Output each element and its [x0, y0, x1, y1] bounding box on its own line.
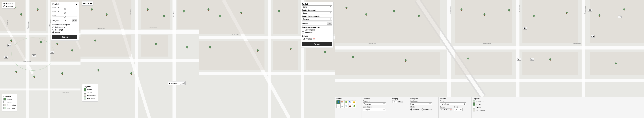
weging-value-input[interactable] — [392, 100, 397, 103]
profiel-icon-case[interactable]: 💼 — [348, 104, 352, 108]
tree-icon — [154, 43, 158, 46]
svg-rect-47 — [178, 0, 199, 29]
tree-icon — [146, 8, 149, 11]
calendar-icon: 📅 — [450, 109, 452, 111]
parkstraat-marker: ► Parkstraat 8.6 — [168, 81, 186, 85]
tree-icon — [36, 8, 39, 11]
factor2-slider[interactable] — [52, 13, 78, 13]
map-icon[interactable]: ⊞ — [90, 2, 92, 5]
legend-straat-label-tb: Straat — [476, 106, 481, 108]
svg-rect-61 — [95, 41, 96, 42]
reele-tijd-radio[interactable] — [52, 29, 54, 31]
chevron-down-icon: ▼ — [383, 103, 385, 105]
score-selectie-group: Score 8,6 ▼ — [454, 106, 463, 111]
realtime-option[interactable]: Realtime — [4, 5, 13, 7]
svg-rect-121 — [394, 12, 394, 12]
legend-straat-color-2 — [84, 91, 86, 94]
factor-categorie-label: Factor Categorie — [302, 9, 332, 11]
sandbox-radio[interactable] — [4, 3, 6, 5]
svg-rect-1 — [26, 0, 29, 118]
profiel-icon-walk[interactable]: 🚶 — [336, 104, 340, 108]
tonen-button-3[interactable]: Tonen — [302, 42, 332, 46]
legend-groen-label: Groen — [7, 98, 12, 100]
weging-pct: 80% — [72, 19, 78, 22]
beide-radio[interactable] — [52, 31, 54, 33]
tree-icon — [483, 13, 486, 16]
reele-tijd-checkbox[interactable] — [302, 31, 304, 33]
street-label: Straatnaam — [97, 28, 105, 29]
svg-rect-85 — [220, 16, 220, 17]
isochrone-label-3: Isochronenweergave — [302, 26, 332, 28]
profiel-icon-leaf[interactable]: 🌿 — [352, 104, 356, 108]
sandbox-weergave-option[interactable]: Sandbox — [410, 109, 420, 111]
legend-bebouwing-color-tb — [473, 109, 475, 112]
tree-icon — [207, 8, 210, 11]
profiel-icon-house[interactable]: 🏠 — [340, 100, 344, 104]
chevron-down-icon: ▼ — [429, 103, 431, 105]
tree-icon — [532, 15, 535, 18]
modus-weergave-label: Modus — [410, 106, 437, 108]
factor1-slider[interactable] — [52, 9, 78, 9]
panel-3: Straatnaam 70% Profiel Jong ▼ Factor Cat… — [199, 0, 335, 118]
reele-tijd-option[interactable]: Reële tijd — [52, 29, 78, 31]
profiel-icon-cart[interactable]: 🛒 — [344, 104, 348, 108]
realtime-weergave-option[interactable]: Realtime — [422, 109, 432, 111]
sandbox-option[interactable]: Sandbox — [4, 3, 13, 5]
straat-selectie-select[interactable]: Parkstraat ▼ — [440, 103, 466, 105]
profiel-icon-wheelchair[interactable]: ♿ — [348, 100, 352, 104]
svg-rect-73 — [268, 0, 271, 118]
svg-rect-87 — [241, 13, 242, 14]
isochrone-weergave-row: Isochrone Tijd ▼ — [410, 100, 437, 105]
reele-tijd-check[interactable]: Reële tijd — [302, 31, 332, 33]
profiel-icon-bike[interactable]: 🚲 — [340, 104, 344, 108]
beide-option[interactable]: Beide — [52, 31, 78, 33]
belevingstijd-checkbox[interactable] — [302, 29, 304, 31]
svg-rect-57 — [164, 16, 164, 17]
belevingstijd-radio[interactable] — [52, 26, 54, 28]
realtime-radio[interactable] — [4, 5, 6, 7]
map-score-4c: 8.6 — [590, 35, 594, 38]
factor-categorie-select[interactable]: Groen ▼ — [302, 11, 332, 14]
subcategorie-select[interactable]: Lampen ▼ — [363, 108, 386, 111]
datum-row: Datum 01-03-2022 📅 — [302, 35, 332, 40]
tonen-button[interactable]: Tonen — [52, 35, 78, 39]
tree-icon — [130, 72, 133, 75]
arrow-icon: ► — [169, 82, 171, 84]
street-label-4a: Straatnaam — [368, 43, 376, 45]
svg-rect-41 — [80, 59, 199, 62]
profiel-icon-tree[interactable]: 🌳 — [344, 100, 348, 104]
factor-subcategorie-select[interactable]: Bomen ▼ — [302, 17, 332, 20]
legend-groen-color-tb — [473, 103, 475, 106]
modus-weergave-row: Modus Sandbox Realtime — [410, 106, 437, 111]
belevingstijd-check[interactable]: Belevingstijd — [302, 29, 332, 31]
tree-icon — [549, 58, 552, 61]
subcategorie-label: Subcategorie — [363, 106, 390, 108]
chevron-down-icon[interactable]: ▼ — [76, 3, 78, 5]
sandbox-weergave-label: Sandbox — [413, 109, 420, 111]
profiel-select[interactable]: Jong ▼ — [302, 5, 332, 8]
tree-icon — [508, 9, 510, 12]
svg-rect-18 — [21, 15, 22, 16]
datum-selectie-input[interactable]: 01-03-2022 📅 — [440, 108, 452, 111]
tree-icon — [345, 6, 348, 9]
tijd-select[interactable]: Tijd ▼ — [410, 103, 432, 105]
tree-icon — [97, 69, 100, 72]
tree-icon — [404, 59, 407, 62]
categorie-select[interactable]: Veiligheid ▼ — [363, 103, 386, 105]
belevingstijd-option[interactable]: Belevingstijd — [52, 26, 78, 28]
tree-icon — [278, 10, 280, 13]
weging-input[interactable] — [63, 19, 68, 22]
profiel-icon-person[interactable]: 👤 — [336, 100, 340, 104]
legend-isochroon-label-2: Isochroon — [87, 97, 95, 99]
score-selectie-select[interactable]: 8,6 ▼ — [454, 108, 463, 111]
modus-label: Modus — [83, 2, 89, 4]
factor3-slider[interactable] — [52, 16, 78, 17]
profiel-icon-elderly[interactable]: 👴 — [352, 100, 356, 104]
toolbar-profiel-label: Profiel — [336, 98, 360, 100]
datum-input[interactable]: 01-03-2022 📅 — [302, 37, 332, 40]
sandbox-weergave-radio[interactable] — [410, 109, 412, 111]
tree-icon — [240, 11, 243, 14]
svg-rect-72 — [199, 72, 335, 75]
realtime-weergave-radio[interactable] — [422, 109, 424, 111]
panel-4: Straatnaam Straatnaam Straatnaam Straatn… — [335, 0, 644, 118]
